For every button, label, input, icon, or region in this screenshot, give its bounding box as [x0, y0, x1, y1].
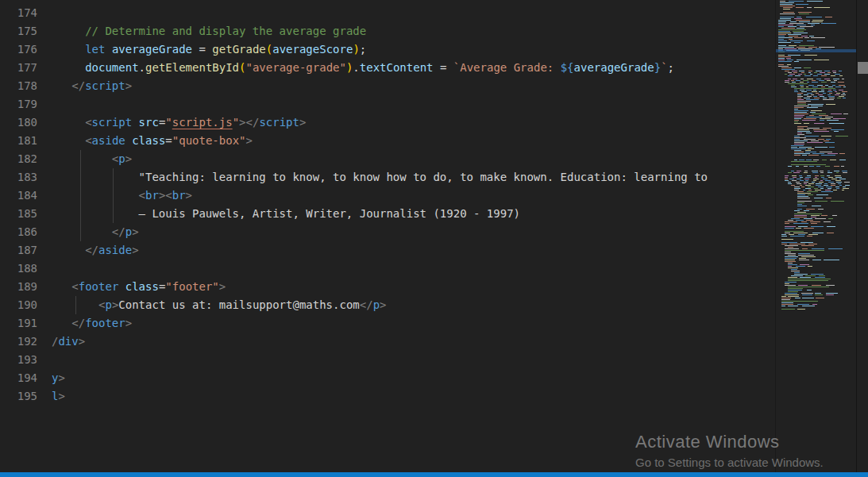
code-editor[interactable]: 174175 // Determine and display the aver… [0, 4, 772, 406]
minimap-code-preview [776, 0, 856, 472]
code-text: </script> [52, 77, 132, 95]
code-text: </p> [52, 223, 139, 241]
line-number[interactable]: 175 [0, 22, 37, 40]
code-text: document.getElementById("average-grade")… [52, 59, 674, 77]
code-text: <footer class="footer"> [52, 278, 226, 296]
code-line[interactable]: 187 </aside> [0, 241, 772, 260]
code-line[interactable]: 191 </footer> [0, 314, 772, 333]
code-line[interactable]: 180 <script src="script.js"></script> [0, 113, 772, 132]
code-text: <aside class="quote-box"> [52, 132, 253, 150]
minimap[interactable] [775, 0, 856, 472]
code-line[interactable]: 175 // Determine and display the average… [0, 22, 772, 40]
line-number[interactable]: 182 [0, 150, 37, 168]
line-number[interactable]: 192 [0, 333, 37, 351]
line-number[interactable]: 195 [0, 387, 37, 406]
code-line[interactable]: 185 — Louis Pauwels, Artist, Writer, Jou… [0, 205, 772, 223]
code-text: <br><br> [52, 187, 192, 205]
line-number[interactable]: 191 [0, 314, 37, 333]
line-number[interactable]: 186 [0, 223, 37, 241]
code-line[interactable]: 177 document.getElementById("average-gra… [0, 59, 772, 77]
code-text: y> [52, 369, 65, 387]
code-text: l> [52, 387, 65, 406]
line-number[interactable]: 194 [0, 369, 37, 387]
vscode-editor-window: 174175 // Determine and display the aver… [0, 0, 868, 477]
code-text: /div> [52, 333, 85, 351]
line-number[interactable]: 176 [0, 40, 37, 59]
code-text: <script src="script.js"></script> [52, 113, 306, 132]
scrollbar-track[interactable] [856, 0, 868, 472]
line-number[interactable]: 183 [0, 168, 37, 187]
code-text: "Teaching: learning to know, to know how… [52, 168, 714, 187]
activate-windows-watermark: Activate Windows Go to Settings to activ… [635, 432, 824, 469]
activate-windows-title: Activate Windows [635, 432, 824, 452]
indent-guide [80, 150, 81, 241]
code-line[interactable]: 184 <br><br> [0, 187, 772, 205]
code-line[interactable]: 194y> [0, 369, 772, 387]
code-line[interactable]: 174 [0, 4, 772, 22]
code-text: <p> [52, 150, 132, 168]
line-number[interactable]: 187 [0, 241, 37, 260]
code-line[interactable]: 178 </script> [0, 77, 772, 95]
line-number[interactable]: 193 [0, 351, 37, 369]
code-line[interactable]: 182 <p> [0, 150, 772, 168]
line-number[interactable]: 189 [0, 278, 37, 296]
code-line[interactable]: 186 </p> [0, 223, 772, 241]
line-number[interactable]: 184 [0, 187, 37, 205]
scrollbar-thumb[interactable] [858, 62, 868, 74]
code-text: // Determine and display the average gra… [52, 22, 366, 40]
code-text: let averageGrade = getGrade(averageScore… [52, 40, 366, 59]
code-text: </aside> [52, 241, 139, 260]
code-line[interactable]: 183 "Teaching: learning to know, to know… [0, 168, 772, 187]
line-number[interactable]: 179 [0, 95, 37, 113]
code-line[interactable]: 176 let averageGrade = getGrade(averageS… [0, 40, 772, 59]
code-line[interactable]: 192/div> [0, 333, 772, 351]
line-number[interactable]: 180 [0, 113, 37, 132]
minimap-highlight-line [776, 49, 856, 52]
line-number[interactable]: 190 [0, 296, 37, 314]
line-number[interactable]: 178 [0, 77, 37, 95]
code-line[interactable]: 193 [0, 351, 772, 369]
code-line[interactable]: 188 [0, 260, 772, 278]
line-number[interactable]: 174 [0, 4, 37, 22]
code-line[interactable]: 181 <aside class="quote-box"> [0, 132, 772, 150]
line-number[interactable]: 177 [0, 59, 37, 77]
code-line[interactable]: 189 <footer class="footer"> [0, 278, 772, 296]
code-line[interactable]: 179 [0, 95, 772, 113]
code-text: </footer> [52, 314, 132, 333]
indent-guide [113, 168, 114, 223]
code-line[interactable]: 190 <p>Contact us at: mailsupport@maths.… [0, 296, 772, 314]
status-bar [0, 472, 868, 477]
code-text: <p>Contact us at: mailsupport@maths.com<… [52, 296, 387, 314]
code-text: — Louis Pauwels, Artist, Writer, Journal… [52, 205, 520, 223]
line-number[interactable]: 188 [0, 260, 37, 278]
line-number[interactable]: 181 [0, 132, 37, 150]
indent-guide [75, 296, 76, 314]
code-line[interactable]: 195l> [0, 387, 772, 406]
activate-windows-subtitle: Go to Settings to activate Windows. [635, 456, 824, 469]
line-number[interactable]: 185 [0, 205, 37, 223]
